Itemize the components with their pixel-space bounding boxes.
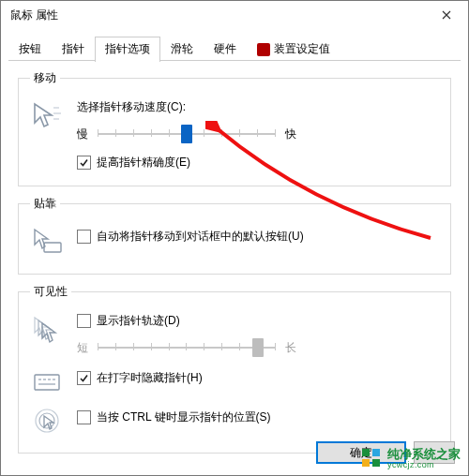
tab-pointer-options[interactable]: 指针选项 xyxy=(95,37,160,62)
hide-while-typing-label: 在打字时隐藏指针(H) xyxy=(97,370,203,386)
svg-rect-4 xyxy=(362,449,370,456)
snap-to-icon xyxy=(30,225,64,259)
device-settings-icon xyxy=(257,43,270,56)
group-visibility: 可见性 显示指针轨迹(D) 短 xyxy=(18,284,451,454)
hide-while-typing-icon xyxy=(30,364,64,398)
snap-to-label: 自动将指针移动到对话框中的默认按钮(U) xyxy=(97,229,304,245)
group-visibility-legend: 可见性 xyxy=(30,284,71,300)
svg-rect-6 xyxy=(362,459,370,467)
mouse-properties-window: 鼠标 属性 按钮 指针 指针选项 滑轮 硬件 装置设定值 移动 选择指针移动速度… xyxy=(0,0,469,476)
watermark-url: ycwcjz.com xyxy=(387,461,461,469)
pointer-speed-label: 选择指针移动速度(C): xyxy=(77,100,186,113)
pointer-trails-label: 显示指针轨迹(D) xyxy=(97,313,180,329)
group-motion-legend: 移动 xyxy=(30,70,60,86)
enhance-precision-label: 提高指针精确度(E) xyxy=(97,155,190,171)
pointer-trails-checkbox[interactable]: 显示指针轨迹(D) xyxy=(77,313,439,329)
hide-while-typing-checkbox[interactable]: 在打字时隐藏指针(H) xyxy=(77,370,439,386)
group-snap: 贴靠 自动将指针移动到对话框中的默认按钮(U) xyxy=(18,196,451,275)
tab-hardware[interactable]: 硬件 xyxy=(204,37,247,62)
group-motion: 移动 选择指针移动速度(C): 慢 快 xyxy=(18,70,451,186)
pointer-speed-slider[interactable] xyxy=(98,123,276,145)
close-icon xyxy=(442,10,451,20)
tab-pointers[interactable]: 指针 xyxy=(52,37,95,62)
ctrl-locate-icon xyxy=(30,404,64,438)
titlebar: 鼠标 属性 xyxy=(1,1,468,30)
close-button[interactable] xyxy=(425,1,468,29)
svg-rect-5 xyxy=(372,449,380,456)
tab-strip: 按钮 指针 指针选项 滑轮 硬件 装置设定值 xyxy=(1,30,468,61)
tab-device-settings[interactable]: 装置设定值 xyxy=(247,37,340,62)
ctrl-locate-label: 当按 CTRL 键时显示指针的位置(S) xyxy=(97,409,271,425)
trails-short-label: 短 xyxy=(77,340,88,356)
pointer-trails-slider xyxy=(98,336,276,359)
group-snap-legend: 贴靠 xyxy=(30,196,60,212)
speed-slow-label: 慢 xyxy=(77,126,88,142)
tab-buttons[interactable]: 按钮 xyxy=(8,37,52,62)
watermark-text: 纯净系统之家 xyxy=(387,448,461,461)
tab-wheel[interactable]: 滑轮 xyxy=(160,37,204,62)
watermark: 纯净系统之家 ycwcjz.com xyxy=(361,448,461,469)
watermark-icon xyxy=(361,448,382,469)
svg-point-3 xyxy=(39,413,54,428)
enhance-precision-checkbox[interactable]: 提高指针精确度(E) xyxy=(77,155,439,171)
speed-fast-label: 快 xyxy=(285,126,296,142)
svg-rect-1 xyxy=(35,375,59,390)
window-title: 鼠标 属性 xyxy=(10,7,58,23)
trails-long-label: 长 xyxy=(285,340,296,356)
snap-to-checkbox[interactable]: 自动将指针移动到对话框中的默认按钮(U) xyxy=(77,229,439,245)
pointer-speed-icon xyxy=(30,99,64,133)
tab-content: 移动 选择指针移动速度(C): 慢 快 xyxy=(1,61,468,454)
pointer-trails-icon xyxy=(30,313,64,347)
svg-rect-0 xyxy=(44,243,61,252)
ctrl-locate-checkbox[interactable]: 当按 CTRL 键时显示指针的位置(S) xyxy=(77,409,439,425)
svg-rect-7 xyxy=(372,459,380,467)
